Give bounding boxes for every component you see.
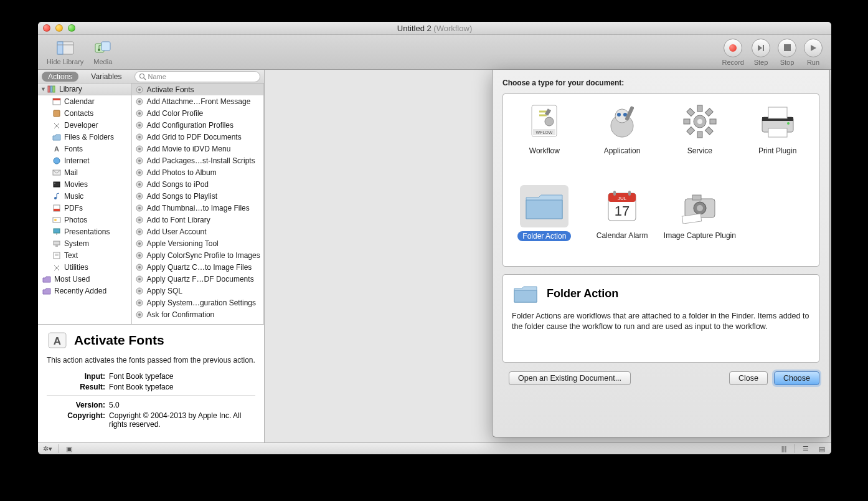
category-icon	[52, 203, 62, 213]
action-icon	[134, 191, 144, 201]
action-icon	[134, 262, 144, 272]
library-item[interactable]: Movies	[38, 178, 131, 190]
action-item-label: Add Songs to iPod	[147, 180, 209, 189]
close-button[interactable]: Close	[729, 371, 768, 385]
open-existing-button[interactable]: Open an Existing Document...	[509, 371, 631, 385]
category-icon	[52, 168, 62, 178]
zoom-window-button[interactable]	[68, 24, 75, 32]
library-header[interactable]: ▼ Library	[38, 84, 131, 95]
action-item[interactable]: Add Grid to PDF Documents	[132, 131, 263, 143]
action-item[interactable]: Add Songs to Playlist	[132, 190, 263, 202]
library-item-label: Photos	[64, 216, 87, 224]
svg-marker-6	[758, 45, 762, 51]
view-toggle-icon[interactable]: ▤	[816, 445, 828, 453]
type-workflow[interactable]: WFLOW Workflow	[508, 100, 581, 174]
library-item[interactable]: Mail	[38, 166, 131, 178]
type-print-plugin[interactable]: Print Plugin	[741, 100, 814, 174]
action-icon	[134, 168, 144, 178]
action-item[interactable]: Add User Account	[132, 226, 263, 237]
tab-actions[interactable]: Actions	[42, 72, 78, 82]
svg-point-73	[138, 313, 141, 316]
action-item[interactable]: Add Packages…st-Install Scripts	[132, 155, 263, 166]
svg-point-65	[138, 266, 141, 269]
action-item-label: Add Grid to PDF Documents	[147, 133, 242, 141]
disclosure-triangle-icon[interactable]: ▼	[40, 86, 47, 92]
library-item[interactable]: System	[38, 237, 131, 249]
step-icon	[752, 39, 770, 57]
record-button[interactable]: Record	[722, 39, 744, 66]
action-item[interactable]: Ask for Confirmation	[132, 308, 263, 320]
library-header-label: Library	[59, 85, 82, 93]
svg-rect-7	[763, 45, 764, 51]
run-button[interactable]: Run	[804, 39, 823, 66]
type-application[interactable]: Application	[586, 100, 659, 174]
svg-rect-27	[54, 229, 60, 233]
view-columns-icon[interactable]: |||	[778, 445, 790, 452]
library-item[interactable]: PDFs	[38, 202, 131, 214]
library-special-item[interactable]: Most Used	[38, 273, 131, 285]
library-item[interactable]: Developer	[38, 119, 131, 131]
action-item[interactable]: Add Color Profile	[132, 107, 263, 119]
library-item[interactable]: Internet	[38, 155, 131, 166]
search-field[interactable]: Name	[134, 71, 261, 82]
action-item[interactable]: Add Attachme…Front Message	[132, 95, 263, 107]
library-item[interactable]: Calendar	[38, 95, 131, 107]
action-item-label: Add User Account	[147, 227, 207, 236]
svg-point-41	[138, 124, 141, 126]
actions-column: Activate FontsAdd Attachme…Front Message…	[132, 84, 264, 324]
action-item[interactable]: Apple Versioning Tool	[132, 237, 263, 249]
close-window-button[interactable]	[43, 24, 50, 32]
action-item[interactable]: Apply System…guration Settings	[132, 297, 263, 308]
action-item[interactable]: Add Photos to Album	[132, 166, 263, 178]
library-item[interactable]: Text	[38, 249, 131, 261]
svg-point-55	[138, 207, 141, 209]
svg-rect-94	[687, 108, 695, 117]
info-copyright-value: Copyright © 2004-2013 by Apple Inc. All …	[109, 411, 246, 429]
type-calendar-alarm[interactable]: JUL17 Calendar Alarm	[586, 185, 659, 260]
category-icon	[52, 250, 62, 260]
window-title: Untitled 2 (Workflow)	[397, 24, 472, 33]
library-item[interactable]: Contacts	[38, 107, 131, 119]
action-item[interactable]: Apply Quartz F…DF Documents	[132, 273, 263, 285]
gear-menu-icon[interactable]: ✲▾	[42, 445, 53, 453]
library-item-label: Internet	[64, 156, 90, 165]
traffic-lights	[43, 24, 75, 32]
type-folder-action[interactable]: Folder Action	[508, 185, 581, 260]
action-item[interactable]: Apply Quartz C…to Image Files	[132, 261, 263, 273]
sidebar: Actions Variables Name ▼ Library	[38, 70, 265, 442]
media-button[interactable]: Media	[93, 39, 112, 65]
tab-variables[interactable]: Variables	[85, 72, 128, 82]
svg-point-83	[617, 113, 621, 117]
action-item-label: Add Thumbnai…to Image Files	[147, 204, 250, 212]
workflow-canvas[interactable]: r workflow. Choose a type for your docum…	[265, 70, 831, 442]
window-title-sub: (Workflow)	[433, 24, 472, 33]
library-special-item[interactable]: Recently Added	[38, 285, 131, 297]
info-description: This action activates the fonts passed f…	[47, 356, 255, 365]
action-item[interactable]: Apply ColorSync Profile to Images	[132, 249, 263, 261]
action-item[interactable]: Add to Font Library	[132, 214, 263, 226]
choose-button[interactable]: Choose	[774, 371, 819, 385]
svg-rect-13	[53, 86, 55, 92]
library-item[interactable]: Photos	[38, 214, 131, 226]
action-item[interactable]: Apply SQL	[132, 285, 263, 297]
stop-button[interactable]: Stop	[778, 39, 796, 66]
type-image-capture-plugin[interactable]: Image Capture Plugin	[664, 185, 737, 260]
library-item[interactable]: AFonts	[38, 143, 131, 155]
action-item[interactable]: Add Configuration Profiles	[132, 119, 263, 131]
action-item[interactable]: Add Thumbnai…to Image Files	[132, 202, 263, 214]
action-item[interactable]: Add Songs to iPod	[132, 178, 263, 190]
minimize-window-button[interactable]	[55, 24, 63, 32]
library-item[interactable]: Music	[38, 190, 131, 202]
collapse-icon[interactable]: ▣	[64, 445, 75, 453]
library-item[interactable]: Presentations	[38, 226, 131, 237]
view-list-icon[interactable]: ☰	[800, 445, 811, 453]
library-item[interactable]: Files & Folders	[38, 131, 131, 143]
type-service[interactable]: Service	[664, 100, 737, 174]
action-item[interactable]: Activate Fonts	[132, 84, 263, 95]
svg-rect-93	[687, 126, 695, 135]
library-item[interactable]: Utilities	[38, 261, 131, 273]
library-item-label: Contacts	[64, 109, 93, 118]
hide-library-button[interactable]: Hide Library	[47, 39, 83, 65]
action-item[interactable]: Add Movie to iDVD Menu	[132, 143, 263, 155]
step-button[interactable]: Step	[752, 39, 770, 66]
